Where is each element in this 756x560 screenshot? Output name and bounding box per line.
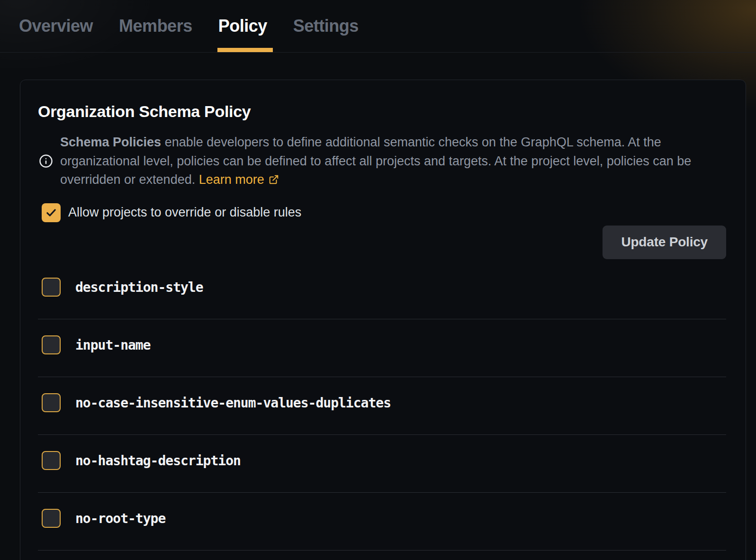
rule-row-description-style[interactable]: description-style [38,262,726,319]
tab-policy[interactable]: Policy [218,0,267,52]
rule-checkbox[interactable] [42,335,61,354]
allow-override-checkbox[interactable] [42,203,61,222]
tab-members-label: Members [119,16,192,36]
page-tabs-header: Overview Members Policy Settings [0,0,756,53]
rule-name: no-case-insensitive-enum-values-duplicat… [75,395,391,411]
rule-name: input-name [75,337,151,353]
allow-override-row: Allow projects to override or disable ru… [38,203,726,222]
rule-row-no-case-insensitive-enum-values-duplicates[interactable]: no-case-insensitive-enum-values-duplicat… [38,377,726,435]
rule-checkbox[interactable] [42,278,61,297]
rule-checkbox[interactable] [42,509,61,528]
policy-description-lead: Schema Policies [60,135,161,149]
policy-description: Schema Policies enable developers to def… [60,133,709,190]
rule-row-input-name[interactable]: input-name [38,319,726,377]
tab-members[interactable]: Members [119,0,192,52]
tab-overview[interactable]: Overview [19,0,93,52]
rule-checkbox[interactable] [42,451,61,470]
checkmark-icon [45,207,57,219]
rule-row-no-hashtag-description[interactable]: no-hashtag-description [38,435,726,493]
external-link-icon [269,174,279,185]
active-tab-underline [217,48,273,52]
policy-rules-list: description-style input-name no-case-ins… [38,262,726,551]
tab-policy-label: Policy [218,16,267,36]
update-policy-button[interactable]: Update Policy [603,226,726,259]
tab-settings-label: Settings [293,16,359,36]
rule-name: no-root-type [75,511,165,526]
learn-more-link[interactable]: Learn more [199,172,279,187]
rule-name: description-style [75,280,203,295]
rule-checkbox[interactable] [42,393,61,412]
allow-override-label: Allow projects to override or disable ru… [68,205,301,220]
rule-name: no-hashtag-description [75,453,241,469]
page-title: Organization Schema Policy [38,101,726,122]
tab-settings[interactable]: Settings [293,0,359,52]
info-icon [39,154,53,168]
actions-row: Update Policy [38,226,726,259]
rule-row-no-root-type[interactable]: no-root-type [38,493,726,551]
policy-info-callout: Schema Policies enable developers to def… [38,133,726,190]
tab-overview-label: Overview [19,16,93,36]
schema-policy-card: Organization Schema Policy Schema Polici… [20,80,746,560]
